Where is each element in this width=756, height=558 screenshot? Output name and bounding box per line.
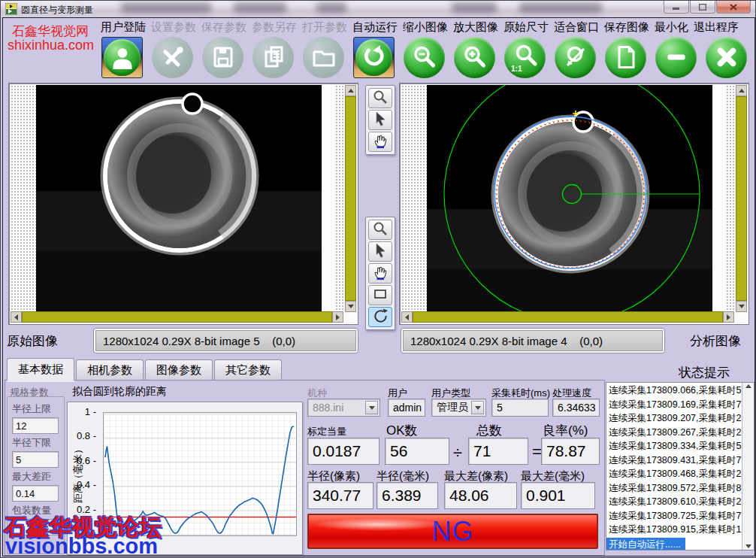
magnifier-tool-button[interactable] bbox=[368, 220, 392, 240]
minimize-button[interactable] bbox=[664, 1, 689, 14]
list-scroll-down[interactable] bbox=[745, 544, 751, 548]
original-image-label: 原始图像 bbox=[7, 332, 58, 350]
info-field[interactable]: admin bbox=[388, 399, 425, 417]
original-image-display[interactable] bbox=[36, 85, 322, 312]
copy-icon bbox=[253, 37, 294, 78]
menubar: 用户登陆设置参数保存参数参数另存打开参数自动运行缩小图像放大图像原始尺寸适合窗口… bbox=[101, 20, 751, 35]
image-border-pattern bbox=[401, 85, 427, 311]
list-scroll-up[interactable] bbox=[745, 384, 751, 388]
menu-item-3: 保存参数 bbox=[201, 20, 246, 35]
brand-site-url: shixinhua.com bbox=[8, 38, 94, 53]
titlebar-artifact bbox=[121, 3, 211, 13]
log-entry[interactable]: 连续采集173809.207,采集耗时2 bbox=[606, 411, 742, 426]
magplus-icon bbox=[454, 37, 495, 78]
y-tick-label: 0.6 - bbox=[71, 455, 96, 466]
rectangle-icon bbox=[371, 285, 389, 306]
arc-icon bbox=[371, 307, 389, 328]
arc-tool-button[interactable] bbox=[368, 307, 392, 327]
document-icon bbox=[605, 37, 646, 78]
log-entry[interactable]: 连续采集173809.610,采集耗时2 bbox=[606, 495, 742, 509]
tab-1[interactable]: 基本数据 bbox=[7, 358, 74, 381]
app-window: 圆直径与变形测量 石鑫华视觉网 shixinhua.com 用户登陆设置参数保存… bbox=[0, 0, 756, 558]
vertical-scrollbar[interactable] bbox=[345, 85, 356, 312]
dropdown-arrow-icon[interactable] bbox=[471, 401, 484, 414]
analysis-image-panel bbox=[399, 83, 749, 325]
maximize-button[interactable] bbox=[690, 1, 715, 14]
list-scrollbar[interactable] bbox=[742, 383, 754, 550]
total-count-value: 71 bbox=[468, 438, 528, 465]
info-field: 6.34633 bbox=[552, 399, 600, 417]
save-image-button[interactable] bbox=[605, 37, 646, 78]
minimize-button[interactable] bbox=[655, 37, 697, 78]
scroll-down-button[interactable] bbox=[345, 301, 356, 312]
window-title: 圆直径与变形测量 bbox=[21, 4, 93, 17]
info-value: 6.34633 bbox=[558, 402, 596, 414]
scroll-track[interactable] bbox=[413, 311, 723, 323]
scroll-right-button[interactable] bbox=[332, 311, 343, 323]
log-entry[interactable]: 连续采集173809.431,采集耗时7 bbox=[606, 453, 742, 468]
vertical-scrollbar[interactable] bbox=[736, 85, 747, 312]
info-dropdown[interactable]: 管理员 bbox=[431, 399, 486, 417]
scroll-left-button[interactable] bbox=[11, 311, 22, 323]
menu-item-1[interactable]: 用户登陆 bbox=[101, 20, 146, 35]
log-entry[interactable]: 连续采集173809.334,采集耗时5 bbox=[606, 439, 742, 453]
tab-2[interactable]: 相机参数 bbox=[76, 359, 144, 381]
horizontal-scrollbar[interactable] bbox=[401, 311, 734, 323]
hand-icon bbox=[371, 263, 389, 284]
hand-tool-button[interactable] bbox=[368, 132, 392, 152]
status-log-list[interactable]: 连续采集173809.066,采集耗时5连续采集173809.169,采集耗时7… bbox=[606, 382, 754, 550]
menu-item-9[interactable]: 原始尺寸 bbox=[503, 20, 549, 35]
hand-tool-button[interactable] bbox=[368, 263, 392, 284]
cursor-tool-button[interactable] bbox=[368, 110, 392, 130]
scroll-left-button[interactable] bbox=[401, 311, 413, 323]
tab-3[interactable]: 图像参数 bbox=[145, 359, 213, 381]
scroll-down-button[interactable] bbox=[736, 301, 747, 312]
calibration-value[interactable]: 0.0187 bbox=[307, 438, 380, 465]
scroll-up-button[interactable] bbox=[736, 85, 747, 96]
spec-field-input[interactable]: 5 bbox=[12, 451, 59, 468]
analysis-image-display[interactable] bbox=[427, 85, 712, 312]
spec-field-input[interactable]: 12 bbox=[12, 417, 59, 434]
log-entry[interactable]: 连续采集173809.915,采集耗时1 bbox=[606, 523, 742, 537]
horizontal-scrollbar[interactable] bbox=[11, 311, 343, 323]
tab-4[interactable]: 其它参数 bbox=[214, 359, 282, 381]
log-entry[interactable]: 连续采集173809.066,采集耗时5 bbox=[606, 384, 742, 398]
toolbar: 1:1 bbox=[101, 35, 747, 79]
original-size-button[interactable]: 1:1 bbox=[504, 37, 546, 78]
info-field[interactable]: 5 bbox=[491, 399, 549, 417]
magnifier-tool-button[interactable] bbox=[368, 88, 392, 108]
close-button[interactable] bbox=[716, 1, 751, 14]
menu-item-10[interactable]: 适合窗口 bbox=[554, 20, 599, 35]
menu-item-8[interactable]: 放大图像 bbox=[453, 20, 498, 35]
menu-item-11[interactable]: 保存图像 bbox=[604, 20, 649, 35]
chart-y-axis-label: 距离（毫米） bbox=[71, 444, 85, 504]
log-entry[interactable]: 连续采集173809.267,采集耗时2 bbox=[606, 426, 742, 440]
menu-item-13[interactable]: 退出程序 bbox=[694, 20, 739, 35]
menu-item-7[interactable]: 缩小图像 bbox=[403, 20, 448, 35]
scroll-track[interactable] bbox=[345, 96, 356, 301]
zoom-out-button[interactable] bbox=[404, 37, 445, 78]
log-entry[interactable]: 开始自动运行...... bbox=[606, 538, 685, 550]
fit-window-button[interactable] bbox=[555, 37, 596, 78]
equals-sign: = bbox=[532, 442, 542, 462]
exit-button[interactable] bbox=[706, 37, 747, 78]
menu-item-12[interactable]: 最小化 bbox=[655, 20, 688, 35]
titlebar-artifact bbox=[452, 3, 497, 13]
log-entry[interactable]: 连续采集173809.572,采集耗时8 bbox=[606, 481, 742, 496]
rectangle-tool-button[interactable] bbox=[368, 285, 392, 305]
scroll-up-button[interactable] bbox=[345, 85, 356, 96]
user-login-button[interactable] bbox=[101, 37, 143, 78]
cursor-tool-button[interactable] bbox=[368, 241, 392, 262]
log-entry[interactable]: 连续采集173809.468,采集耗时2 bbox=[606, 467, 742, 481]
scroll-right-button[interactable] bbox=[723, 311, 734, 323]
scroll-track[interactable] bbox=[736, 96, 747, 301]
scroll-track[interactable] bbox=[22, 311, 332, 323]
zoom-in-button[interactable] bbox=[454, 37, 495, 78]
log-entry[interactable]: 连续采集173809.169,采集耗时7 bbox=[606, 398, 742, 412]
auto-run-button[interactable] bbox=[353, 37, 395, 78]
log-entry[interactable]: 连续采集173809.725,采集耗时7 bbox=[606, 509, 742, 523]
chart-title: 拟合圆到轮廓的距离 bbox=[72, 385, 167, 399]
spec-field-input[interactable]: 0.14 bbox=[12, 485, 59, 502]
yield-value: 78.87 bbox=[541, 438, 600, 465]
menu-item-6[interactable]: 自动运行 bbox=[352, 20, 398, 35]
